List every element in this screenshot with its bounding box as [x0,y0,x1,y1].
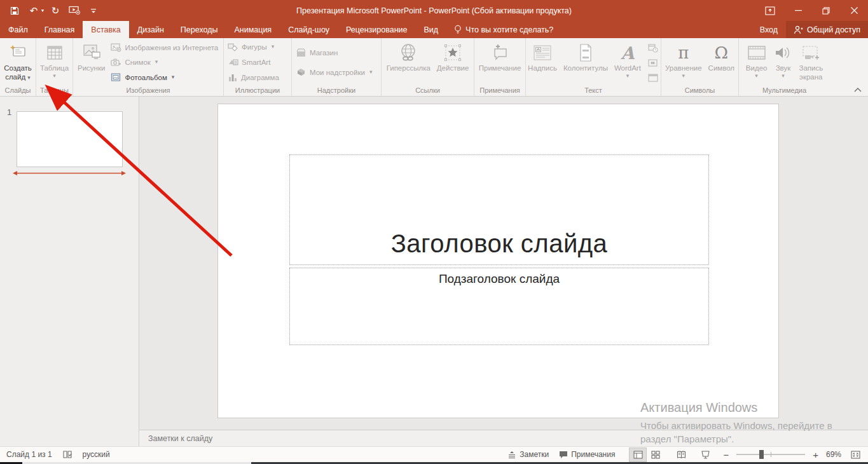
ribbon-group-images: Рисунки Изображения из Интернета [73,38,224,96]
group-label-images: Изображения [73,86,223,96]
header-footer-button[interactable]: Колонтитулы [560,39,611,86]
sign-in-button[interactable]: Вход [752,21,786,38]
dropdown-caret-icon: ▾ [782,73,785,79]
comment-button[interactable]: Примечание [476,39,525,86]
slide-title-text: Заголовок слайда [391,229,608,258]
tab-view[interactable]: Вид [415,21,446,38]
ribbon-display-options-button[interactable] [756,0,784,21]
action-button[interactable]: Действие [434,39,472,86]
slide-canvas[interactable]: Заголовок слайда Подзаголовок слайда [218,104,778,418]
share-button[interactable]: Общий доступ [786,21,868,38]
tell-me-label: Что вы хотите сделать? [465,25,553,34]
dropdown-caret-icon: ▾ [27,74,31,81]
tab-insert[interactable]: Вставка [83,21,128,38]
text-box-button[interactable]: Надпись [525,39,560,86]
online-pictures-button[interactable]: Изображения из Интернета [111,43,218,52]
date-time-button[interactable] [646,42,660,53]
hyperlink-button[interactable]: Гиперссылка [383,39,434,86]
collapse-ribbon-button[interactable] [854,86,862,93]
chart-button[interactable]: Диаграмма [228,73,279,82]
lightbulb-icon [454,25,462,34]
customize-qat-icon [90,8,97,14]
slide-counter: Слайд 1 из 1 [6,447,57,463]
restore-button[interactable] [812,0,840,21]
dropdown-caret-icon: ▾ [155,59,158,65]
screenshot-button[interactable]: Снимок ▾ [111,58,218,67]
new-slide-button[interactable]: Создать слайд ▾ [1,39,35,86]
date-time-icon [648,43,658,53]
slide-number-button[interactable] [646,57,660,69]
tab-slideshow[interactable]: Слайд-шоу [280,21,338,38]
smartart-button[interactable]: SmartArt [228,58,279,67]
comments-toggle-button[interactable]: Примечания [554,447,620,463]
ribbon-group-illustrations: Фигуры ▾ SmartArt [224,38,292,96]
video-icon [747,41,767,64]
close-icon [851,7,858,14]
new-slide-icon [8,41,27,64]
title-placeholder[interactable]: Заголовок слайда [289,154,709,265]
undo-dropdown[interactable]: ▾ [39,2,46,20]
zoom-in-button[interactable]: + [810,449,821,460]
start-slideshow-icon [69,6,80,15]
shapes-button[interactable]: Фигуры ▾ [228,43,279,51]
spellcheck-button[interactable] [57,447,78,463]
audio-button[interactable]: Звук ▾ [770,39,796,86]
tab-transitions[interactable]: Переходы [172,21,226,38]
reading-view-button[interactable] [672,447,690,462]
tab-file[interactable]: Файл [0,21,36,38]
notes-placeholder: Заметки к слайду [148,434,212,443]
tab-design[interactable]: Дизайн [129,21,172,38]
start-slideshow-button[interactable] [65,2,84,20]
zoom-level[interactable]: 69% [821,450,846,459]
symbol-button[interactable]: Ω Символ [705,39,738,86]
dropdown-caret-icon: ▾ [626,73,630,79]
minimize-button[interactable] [784,0,812,21]
table-button[interactable]: Таблица ▾ [37,39,72,86]
photo-album-button[interactable]: Фотоальбом ▾ [111,72,218,82]
notes-toggle-button[interactable]: Заметки [502,447,554,463]
smartart-icon [228,58,238,67]
close-button[interactable] [840,0,868,21]
object-button[interactable] [646,72,660,83]
save-button[interactable] [5,2,24,20]
tab-home[interactable]: Главная [36,21,83,38]
slideshow-view-button[interactable] [696,447,714,462]
chart-icon [228,73,238,82]
my-addins-button[interactable]: Мои надстройки ▾ [296,67,372,77]
subtitle-placeholder[interactable]: Подзаголовок слайда [289,268,709,345]
status-bar: Слайд 1 из 1 русский Заметки Примечания [0,446,868,462]
text-box-icon [532,41,553,64]
tab-review[interactable]: Рецензирование [338,21,416,38]
wordart-button[interactable]: А WordArt ▾ [611,39,644,86]
tell-me-box[interactable]: Что вы хотите сделать? [446,21,561,38]
ribbon-group-text: Надпись Колонтитулы А WordArt ▾ [526,38,661,96]
group-label-illustrations: Иллюстрации [224,86,291,96]
fit-slide-button[interactable] [846,447,864,462]
ribbon-group-tables: Таблица ▾ Таблицы [36,38,73,96]
wordart-icon: А [621,44,635,62]
equation-button[interactable]: π Уравнение ▾ [662,39,705,86]
redo-button[interactable]: ↻ [46,2,65,20]
slide-sorter-view-button[interactable] [647,447,665,462]
zoom-slider[interactable] [736,454,805,455]
customize-qat-button[interactable] [84,2,103,20]
symbol-omega-icon: Ω [715,44,729,61]
normal-view-button[interactable] [629,447,647,462]
slide-subtitle-text: Подзаголовок слайда [439,272,560,345]
language-indicator[interactable]: русский [78,447,115,463]
zoom-slider-handle[interactable] [759,450,764,459]
slide-thumbnail-panel: 1 [0,97,139,446]
store-button[interactable]: Магазин [296,48,372,58]
video-button[interactable]: Видео ▾ [743,39,771,86]
ribbon-group-addins: Магазин Мои надстройки ▾ Надстройки [292,38,382,96]
screen-recording-button[interactable]: Запись экрана [796,39,826,86]
dropdown-caret-icon: ▾ [369,69,373,76]
slide-thumbnail[interactable] [17,111,123,167]
pictures-button[interactable]: Рисунки [74,39,108,86]
slideshow-view-icon [701,451,710,459]
tab-animation[interactable]: Анимация [226,21,280,38]
zoom-out-button[interactable]: − [720,449,731,460]
title-bar: ↶ ▾ ↻ Презентация Microsoft PowerPoint -… [0,0,868,21]
fit-slide-icon [851,451,860,459]
notes-pane[interactable]: Заметки к слайду [139,430,868,446]
